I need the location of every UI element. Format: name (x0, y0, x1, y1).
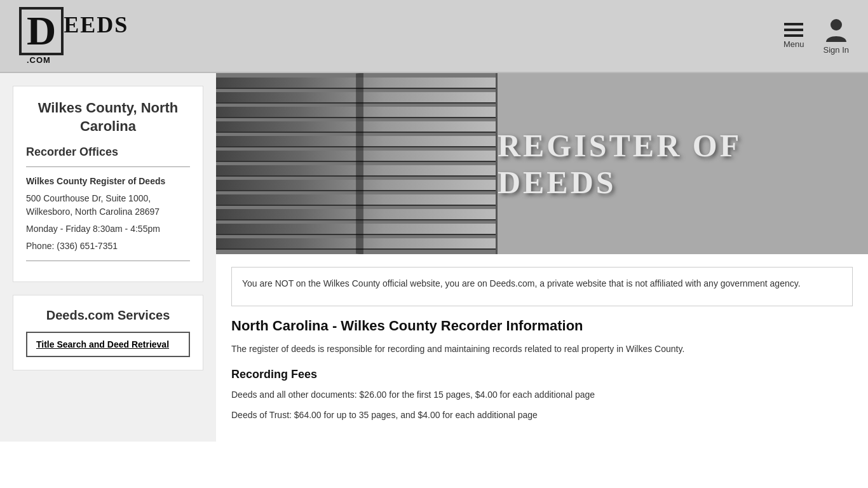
intro-text: The register of deeds is responsible for… (231, 342, 853, 356)
shelves (216, 73, 496, 254)
logo-com: .COM (27, 55, 51, 65)
menu-label: Menu (783, 39, 804, 49)
county-section: Wilkes County, North Carolina Recorder O… (13, 86, 203, 282)
logo-d: D (19, 7, 64, 55)
shelf (216, 224, 496, 235)
shelf (216, 238, 496, 250)
archive-shelves-left (216, 73, 496, 254)
shelf (216, 180, 496, 191)
recorder-info: Wilkes County Register of Deeds 500 Cour… (26, 175, 190, 253)
shelf (216, 92, 496, 104)
hours-text: Monday - Friday 8:30am - 4:55pm (26, 224, 160, 234)
shelf (216, 194, 496, 206)
main-layout: Wilkes County, North Carolina Recorder O… (0, 73, 868, 442)
divider-1 (26, 166, 190, 167)
disclaimer-box: You are NOT on the Wilkes County officia… (231, 267, 853, 306)
header-controls: Menu Sign In (783, 18, 849, 55)
hamburger-icon (784, 23, 803, 37)
services-title: Deeds.com Services (26, 308, 190, 323)
content-body: You are NOT on the Wilkes County officia… (216, 254, 868, 442)
county-title: Wilkes County, North Carolina (26, 99, 190, 135)
fee-1: Deeds and all other documents: $26.00 fo… (231, 388, 853, 402)
shelf (216, 78, 496, 89)
shelf (216, 121, 496, 133)
signin-button[interactable]: Sign In (824, 18, 849, 55)
shelf (216, 151, 496, 162)
recorder-heading: Recorder Offices (26, 146, 190, 159)
signin-label: Sign In (824, 45, 849, 55)
disclaimer-text: You are NOT on the Wilkes County officia… (242, 276, 842, 290)
content-area: REGISTER OF DEEDS You are NOT on the Wil… (216, 73, 868, 442)
shelf (216, 107, 496, 118)
logo-eeds: EEDS (64, 13, 128, 36)
fees-heading: Recording Fees (231, 368, 853, 381)
site-header: D EEDS .COM Menu Sign In (0, 0, 868, 73)
register-of-deeds-sign: REGISTER OF DEEDS (498, 127, 868, 201)
shelf (216, 165, 496, 177)
main-heading: North Carolina - Wilkes County Recorder … (231, 318, 853, 334)
fee-2: Deeds of Trust: $64.00 for up to 35 page… (231, 408, 853, 422)
hero-image: REGISTER OF DEEDS (216, 73, 868, 254)
shelf (216, 136, 496, 147)
title-search-link[interactable]: Title Search and Deed Retrieval (26, 332, 190, 357)
archive-right: REGISTER OF DEEDS (498, 73, 868, 254)
logo[interactable]: D EEDS .COM (19, 7, 128, 65)
services-section: Deeds.com Services Title Search and Deed… (13, 295, 203, 370)
office-hours: Monday - Friday 8:30am - 4:55pm (26, 222, 190, 236)
shelf (216, 209, 496, 220)
svg-point-0 (831, 19, 842, 30)
user-icon (826, 18, 846, 45)
sidebar: Wilkes County, North Carolina Recorder O… (0, 73, 216, 442)
menu-button[interactable]: Menu (783, 23, 804, 49)
office-name: Wilkes County Register of Deeds (26, 175, 190, 188)
office-address: 500 Courthouse Dr, Suite 1000, Wilkesbor… (26, 192, 190, 219)
office-phone: Phone: (336) 651-7351 (26, 240, 190, 253)
divider-2 (26, 261, 190, 261)
